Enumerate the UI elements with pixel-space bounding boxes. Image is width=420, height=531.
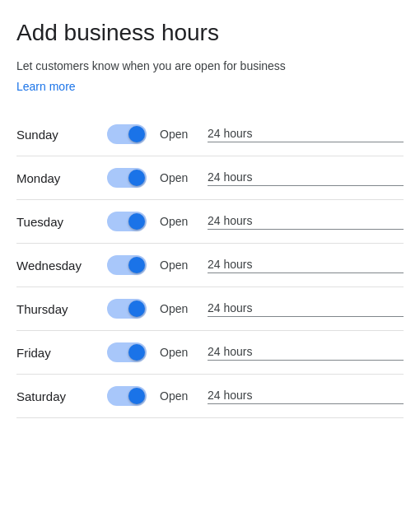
toggle-saturday[interactable] [107,386,153,406]
day-label-tuesday: Tuesday [16,215,107,229]
open-label-monday: Open [160,171,201,184]
toggle-thursday[interactable] [107,299,153,319]
toggle-tuesday[interactable] [107,212,153,231]
day-label-wednesday: Wednesday [16,259,107,272]
page-title: Add business hours [16,20,404,46]
open-label-sunday: Open [160,128,201,141]
day-label-saturday: Saturday [16,389,107,403]
hours-value-sunday[interactable]: 24 hours [208,127,404,142]
hours-value-monday[interactable]: 24 hours [208,170,404,186]
hours-value-wednesday[interactable]: 24 hours [208,258,404,273]
day-label-monday: Monday [16,171,107,185]
subtitle-text: Let customers know when you are open for… [16,59,404,72]
hours-row-sunday: Sunday Open 24 hours [16,113,404,156]
hours-row-monday: Monday Open 24 hours [16,156,404,200]
hours-value-saturday[interactable]: 24 hours [208,389,404,404]
day-label-friday: Friday [16,346,107,360]
toggle-monday[interactable] [107,168,153,188]
day-label-thursday: Thursday [16,302,107,316]
open-label-tuesday: Open [160,215,201,228]
hours-value-friday[interactable]: 24 hours [208,345,404,361]
hours-row-saturday: Saturday Open 24 hours [16,375,404,418]
hours-value-tuesday[interactable]: 24 hours [208,214,404,230]
day-label-sunday: Sunday [16,128,107,142]
hours-row-friday: Friday Open 24 hours [16,331,404,375]
open-label-wednesday: Open [160,259,201,272]
hours-row-thursday: Thursday Open 24 hours [16,287,404,331]
toggle-sunday[interactable] [107,124,153,144]
open-label-friday: Open [160,346,201,359]
toggle-friday[interactable] [107,342,153,362]
open-label-saturday: Open [160,389,201,403]
hours-value-thursday[interactable]: 24 hours [208,301,404,317]
hours-row-tuesday: Tuesday Open 24 hours [16,200,404,244]
toggle-wednesday[interactable] [107,255,153,275]
open-label-thursday: Open [160,302,201,315]
hours-list: Sunday Open 24 hours Monday Open 24 hour… [16,113,404,418]
hours-row-wednesday: Wednesday Open 24 hours [16,244,404,287]
learn-more-link[interactable]: Learn more [16,80,76,93]
